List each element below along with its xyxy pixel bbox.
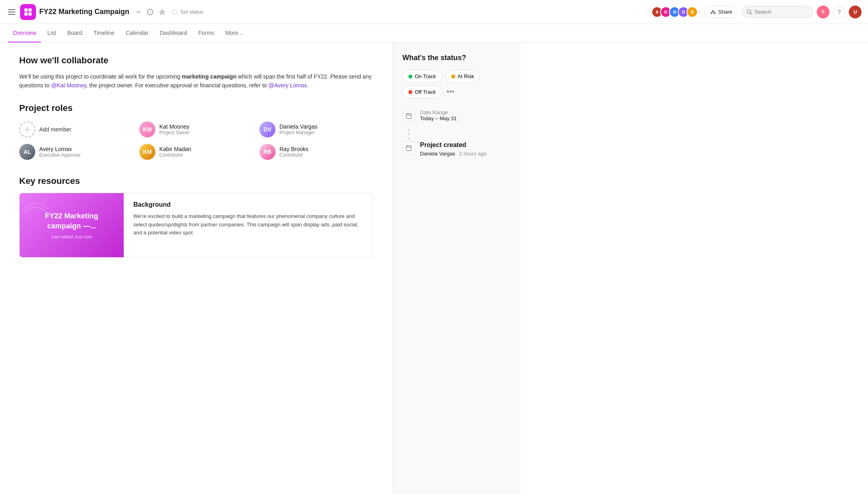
project-created-time: 2 hours ago: [459, 151, 487, 157]
mention-avery[interactable]: @Avery Lomax: [269, 82, 307, 89]
app-icon: [20, 4, 36, 20]
svg-rect-1: [28, 8, 32, 12]
date-range-item: Date Range Today – May 31: [402, 109, 511, 122]
date-range-text: Date Range Today – May 31: [420, 109, 457, 121]
avatar-ray[interactable]: RB: [259, 144, 275, 160]
tab-dashboard[interactable]: Dashboard: [155, 24, 192, 42]
date-range-value: Today – May 31: [420, 115, 457, 121]
role-card-kabir: KM Kabir Madan Contributor: [139, 144, 253, 160]
avatar-daniela[interactable]: DV: [259, 121, 275, 137]
on-track-label: On Track: [415, 73, 436, 79]
help-button[interactable]: ?: [833, 6, 846, 18]
key-resources-section: Key resources FY22 Marketing campaign —.…: [19, 176, 373, 258]
mention-kat[interactable]: @Kat Mooney: [51, 82, 86, 89]
svg-rect-3: [28, 12, 32, 16]
role-card-kat: KM Kat Mooney Project Owner: [139, 121, 253, 137]
svg-line-9: [712, 12, 713, 13]
project-created-title: Project created: [420, 141, 511, 149]
info-btn[interactable]: i: [145, 7, 155, 17]
collaborate-title: How we'll collaborate: [19, 55, 373, 66]
svg-line-10: [714, 12, 715, 13]
collaborate-section: How we'll collaborate We'll be using thi…: [19, 55, 373, 90]
tab-list[interactable]: List: [42, 24, 61, 42]
role-card-ray: RB Ray Brooks Contributor: [259, 144, 373, 160]
at-risk-btn[interactable]: At Risk: [445, 70, 480, 83]
at-risk-label: At Risk: [458, 73, 474, 79]
svg-text:i: i: [150, 10, 151, 14]
search-bar[interactable]: [741, 6, 814, 18]
menu-button[interactable]: [6, 8, 17, 16]
tab-timeline[interactable]: Timeline: [89, 24, 119, 42]
role-info-daniela: Daniela Vargas Project Manager: [279, 123, 317, 135]
status-section-title: What's the status?: [402, 54, 511, 62]
main-layout: How we'll collaborate We'll be using thi…: [0, 42, 868, 494]
off-track-label: Off Track: [415, 89, 436, 95]
role-info-ray: Ray Brooks Contributor: [279, 146, 308, 158]
content-area: How we'll collaborate We'll be using thi…: [0, 42, 392, 494]
key-resources-title: Key resources: [19, 176, 373, 186]
set-status-label: Set status: [180, 9, 203, 15]
resource-bg-title: Background: [133, 201, 363, 208]
avatar-kat[interactable]: KM: [139, 121, 155, 137]
tab-more[interactable]: More...: [221, 24, 248, 42]
member-avatar[interactable]: B: [687, 6, 698, 18]
on-track-btn[interactable]: On Track: [402, 70, 442, 83]
avatar-avery[interactable]: AL: [19, 144, 35, 160]
collab-bold: marketing campaign: [182, 73, 236, 80]
avatar-kabir[interactable]: KM: [139, 144, 155, 160]
role-name-avery: Avery Lomax: [39, 146, 80, 152]
sidebar: What's the status? On Track At Risk Off …: [392, 42, 520, 494]
role-card-avery: AL Avery Lomax Executive Approver: [19, 144, 133, 160]
role-name-daniela: Daniela Vargas: [279, 123, 317, 130]
timeline-connector: [408, 129, 511, 140]
role-title-kabir: Contributor: [159, 152, 191, 158]
svg-line-12: [751, 13, 752, 14]
collaborate-description: We'll be using this project to coordinat…: [19, 72, 373, 90]
collab-text-after: which will span the first half of FY22.: [236, 73, 328, 80]
at-risk-dot: [451, 75, 455, 79]
off-track-dot: [408, 90, 412, 94]
add-member-label: Add member: [39, 126, 71, 133]
role-title-avery: Executive Approver: [39, 152, 80, 158]
resource-bg-text: We're excited to build a marketing campa…: [133, 212, 363, 237]
role-info-kabir: Kabir Madan Contributor: [159, 146, 191, 158]
tab-board[interactable]: Board: [62, 24, 87, 42]
project-roles-title: Project roles: [19, 103, 373, 113]
role-title-kat: Project Owner: [159, 130, 190, 135]
status-more-btn[interactable]: •••: [445, 86, 456, 98]
tab-overview[interactable]: Overview: [8, 24, 41, 42]
role-title-daniela: Project Manager: [279, 130, 317, 135]
collab-text-before: We'll be using this project to coordinat…: [19, 73, 182, 80]
calendar-icon: [402, 109, 415, 122]
user-avatar[interactable]: U: [849, 6, 862, 18]
search-input[interactable]: [755, 9, 803, 15]
role-card-daniela: DV Daniela Vargas Project Manager: [259, 121, 373, 137]
role-title-ray: Contributor: [279, 152, 308, 158]
add-member-circle: [19, 121, 35, 137]
role-name-kabir: Kabir Madan: [159, 146, 191, 152]
nav-tabs: Overview List Board Timeline Calendar Da…: [0, 24, 868, 42]
dropdown-btn[interactable]: [134, 8, 143, 16]
add-member-card[interactable]: Add member: [19, 121, 133, 137]
member-avatars: A K R D B: [651, 6, 698, 18]
title-actions: i ◯ Set status: [134, 7, 207, 17]
roles-grid: Add member KM Kat Mooney Project Owner D…: [19, 121, 373, 160]
off-track-btn[interactable]: Off Track: [402, 86, 442, 98]
add-button[interactable]: +: [817, 6, 830, 18]
role-name-ray: Ray Brooks: [279, 146, 308, 152]
svg-rect-15: [406, 114, 412, 119]
project-roles-section: Project roles Add member KM Kat Mooney P…: [19, 103, 373, 160]
tab-forms[interactable]: Forms: [193, 24, 219, 42]
project-title: FY22 Marketing Campaign: [39, 8, 129, 16]
svg-rect-19: [406, 146, 412, 151]
resource-card[interactable]: FY22 Marketing campaign —... Last edited…: [19, 193, 373, 258]
project-created-icon: [402, 141, 415, 154]
share-label: Share: [718, 9, 732, 15]
resource-thumbnail: FY22 Marketing campaign —... Last edited…: [20, 193, 124, 257]
project-created-author: Daniela Vargas: [420, 151, 455, 157]
share-button[interactable]: Share: [704, 6, 738, 18]
star-btn[interactable]: [157, 7, 167, 17]
status-buttons: On Track At Risk Off Track •••: [402, 70, 511, 98]
tab-calendar[interactable]: Calendar: [121, 24, 153, 42]
set-status-btn[interactable]: ◯ Set status: [169, 7, 207, 16]
